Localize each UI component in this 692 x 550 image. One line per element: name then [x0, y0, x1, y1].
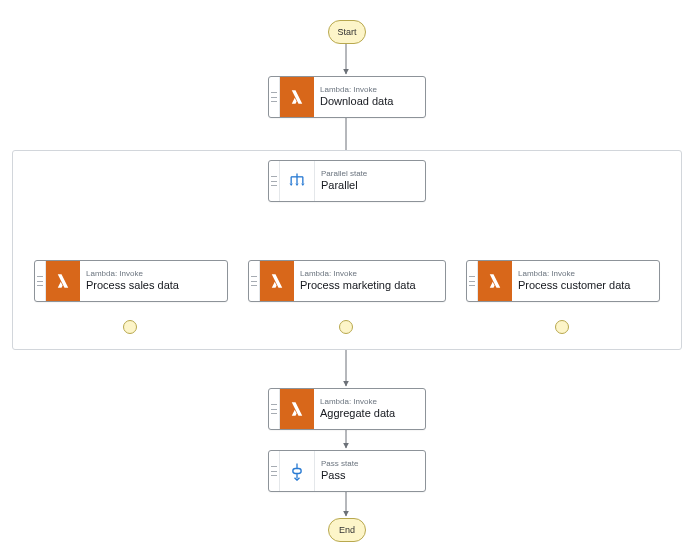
state-pass[interactable]: Pass state Pass: [268, 450, 426, 492]
state-process-sales[interactable]: Lambda: Invoke Process sales data: [34, 260, 228, 302]
drag-handle[interactable]: [35, 261, 46, 301]
branch-end-node: [555, 320, 569, 334]
state-type-label: Lambda: Invoke: [320, 86, 421, 95]
svg-rect-8: [293, 469, 301, 474]
drag-handle[interactable]: [269, 451, 280, 491]
drag-handle[interactable]: [249, 261, 260, 301]
lambda-icon: [478, 261, 512, 301]
drag-handle[interactable]: [467, 261, 478, 301]
state-type-label: Parallel state: [321, 170, 421, 179]
lambda-icon: [280, 77, 314, 117]
state-download-data[interactable]: Lambda: Invoke Download data: [268, 76, 426, 118]
state-parallel[interactable]: Parallel state Parallel: [268, 160, 426, 202]
end-label: End: [339, 525, 355, 535]
start-node[interactable]: Start: [328, 20, 366, 44]
state-type-label: Pass state: [321, 460, 421, 469]
pass-icon: [280, 451, 315, 491]
drag-handle[interactable]: [269, 161, 280, 201]
end-node[interactable]: End: [328, 518, 366, 542]
lambda-icon: [280, 389, 314, 429]
branch-end-node: [339, 320, 353, 334]
drag-handle[interactable]: [269, 389, 280, 429]
lambda-icon: [46, 261, 80, 301]
lambda-icon: [260, 261, 294, 301]
start-label: Start: [337, 27, 356, 37]
state-type-label: Lambda: Invoke: [86, 270, 223, 279]
state-aggregate-data[interactable]: Lambda: Invoke Aggregate data: [268, 388, 426, 430]
state-title-label: Process customer data: [518, 279, 655, 292]
state-title-label: Pass: [321, 469, 421, 482]
state-title-label: Download data: [320, 95, 421, 108]
state-type-label: Lambda: Invoke: [300, 270, 441, 279]
state-title-label: Process marketing data: [300, 279, 441, 292]
state-title-label: Process sales data: [86, 279, 223, 292]
drag-handle[interactable]: [269, 77, 280, 117]
parallel-icon: [280, 161, 315, 201]
state-type-label: Lambda: Invoke: [518, 270, 655, 279]
state-title-label: Aggregate data: [320, 407, 421, 420]
state-title-label: Parallel: [321, 179, 421, 192]
state-type-label: Lambda: Invoke: [320, 398, 421, 407]
branch-end-node: [123, 320, 137, 334]
state-process-customer[interactable]: Lambda: Invoke Process customer data: [466, 260, 660, 302]
state-process-marketing[interactable]: Lambda: Invoke Process marketing data: [248, 260, 446, 302]
